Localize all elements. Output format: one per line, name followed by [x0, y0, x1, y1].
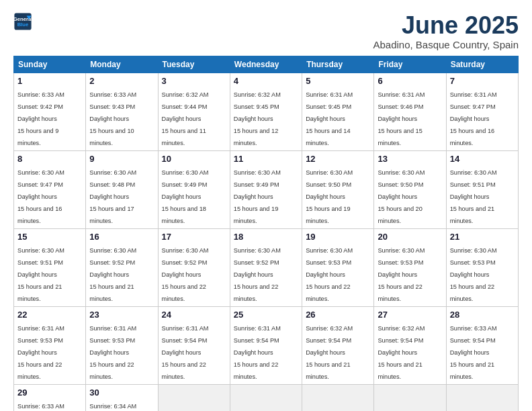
table-row: 30 Sunrise: 6:34 AMSunset: 9:54 PMDaylig…: [86, 384, 158, 411]
table-row: 2 Sunrise: 6:33 AMSunset: 9:43 PMDayligh…: [86, 73, 158, 150]
day-info: Sunrise: 6:31 AMSunset: 9:53 PMDaylight …: [89, 325, 136, 380]
day-info: Sunrise: 6:30 AMSunset: 9:49 PMDaylight …: [162, 169, 209, 224]
col-thursday: Thursday: [302, 56, 374, 73]
table-row: 19 Sunrise: 6:30 AMSunset: 9:53 PMDaylig…: [302, 228, 374, 306]
col-tuesday: Tuesday: [158, 56, 230, 73]
table-row: 21 Sunrise: 6:30 AMSunset: 9:53 PMDaylig…: [446, 228, 518, 306]
day-number: 29: [17, 387, 82, 398]
day-number: 14: [450, 154, 515, 164]
day-info: Sunrise: 6:30 AMSunset: 9:50 PMDaylight …: [378, 169, 425, 224]
table-row: 10 Sunrise: 6:30 AMSunset: 9:49 PMDaylig…: [158, 150, 230, 228]
table-row: 18 Sunrise: 6:30 AMSunset: 9:52 PMDaylig…: [230, 228, 302, 306]
day-info: Sunrise: 6:33 AMSunset: 9:54 PMDaylight …: [17, 403, 64, 411]
table-row: [230, 384, 302, 411]
table-row: 4 Sunrise: 6:32 AMSunset: 9:45 PMDayligh…: [230, 73, 302, 150]
day-number: 6: [378, 76, 442, 86]
day-number: 4: [234, 76, 298, 86]
day-info: Sunrise: 6:31 AMSunset: 9:45 PMDaylight …: [306, 91, 353, 146]
day-number: 2: [89, 76, 154, 86]
day-info: Sunrise: 6:30 AMSunset: 9:49 PMDaylight …: [234, 169, 281, 224]
table-row: 5 Sunrise: 6:31 AMSunset: 9:45 PMDayligh…: [302, 73, 374, 150]
day-info: Sunrise: 6:33 AMSunset: 9:43 PMDaylight …: [89, 91, 136, 146]
day-number: 17: [162, 232, 226, 242]
table-row: 27 Sunrise: 6:32 AMSunset: 9:54 PMDaylig…: [374, 306, 446, 384]
month-title: June 2025: [373, 12, 519, 39]
day-number: 5: [306, 76, 370, 86]
day-number: 30: [89, 387, 154, 398]
logo: General Blue: [13, 12, 32, 31]
location-subtitle: Abadino, Basque Country, Spain: [373, 39, 519, 50]
day-info: Sunrise: 6:30 AMSunset: 9:51 PMDaylight …: [450, 169, 497, 224]
day-number: 10: [162, 154, 226, 164]
day-info: Sunrise: 6:33 AMSunset: 9:54 PMDaylight …: [450, 325, 497, 380]
calendar-table: Sunday Monday Tuesday Wednesday Thursday…: [13, 56, 519, 411]
table-row: 26 Sunrise: 6:32 AMSunset: 9:54 PMDaylig…: [302, 306, 374, 384]
svg-text:Blue: Blue: [17, 21, 29, 28]
col-friday: Friday: [374, 56, 446, 73]
table-row: 13 Sunrise: 6:30 AMSunset: 9:50 PMDaylig…: [374, 150, 446, 228]
logo-icon: General Blue: [13, 12, 32, 31]
day-info: Sunrise: 6:30 AMSunset: 9:53 PMDaylight …: [306, 247, 353, 302]
day-info: Sunrise: 6:30 AMSunset: 9:52 PMDaylight …: [234, 247, 281, 302]
day-number: 15: [17, 232, 82, 242]
day-info: Sunrise: 6:30 AMSunset: 9:52 PMDaylight …: [89, 247, 136, 302]
day-info: Sunrise: 6:30 AMSunset: 9:51 PMDaylight …: [17, 247, 64, 302]
day-number: 16: [89, 232, 154, 242]
day-info: Sunrise: 6:30 AMSunset: 9:50 PMDaylight …: [306, 169, 353, 224]
day-number: 26: [306, 310, 370, 320]
day-number: 3: [162, 76, 226, 86]
table-row: 28 Sunrise: 6:33 AMSunset: 9:54 PMDaylig…: [446, 306, 518, 384]
day-number: 21: [450, 232, 515, 242]
day-number: 12: [306, 154, 370, 164]
day-number: 13: [378, 154, 442, 164]
day-number: 25: [234, 310, 298, 320]
table-row: 24 Sunrise: 6:31 AMSunset: 9:54 PMDaylig…: [158, 306, 230, 384]
table-row: 17 Sunrise: 6:30 AMSunset: 9:52 PMDaylig…: [158, 228, 230, 306]
day-number: 8: [17, 154, 82, 164]
day-number: 11: [234, 154, 298, 164]
day-number: 9: [89, 154, 154, 164]
table-row: [158, 384, 230, 411]
table-row: [302, 384, 374, 411]
day-number: 28: [450, 310, 515, 320]
table-row: 20 Sunrise: 6:30 AMSunset: 9:53 PMDaylig…: [374, 228, 446, 306]
table-row: 6 Sunrise: 6:31 AMSunset: 9:46 PMDayligh…: [374, 73, 446, 150]
table-row: 1 Sunrise: 6:33 AMSunset: 9:42 PMDayligh…: [14, 73, 86, 150]
table-row: 25 Sunrise: 6:31 AMSunset: 9:54 PMDaylig…: [230, 306, 302, 384]
day-info: Sunrise: 6:31 AMSunset: 9:54 PMDaylight …: [162, 325, 209, 380]
header-row: Sunday Monday Tuesday Wednesday Thursday…: [14, 56, 519, 73]
day-number: 7: [450, 76, 515, 86]
table-row: 3 Sunrise: 6:32 AMSunset: 9:44 PMDayligh…: [158, 73, 230, 150]
day-info: Sunrise: 6:30 AMSunset: 9:52 PMDaylight …: [162, 247, 209, 302]
table-row: 7 Sunrise: 6:31 AMSunset: 9:47 PMDayligh…: [446, 73, 518, 150]
day-number: 20: [378, 232, 442, 242]
day-info: Sunrise: 6:32 AMSunset: 9:54 PMDaylight …: [306, 325, 353, 380]
day-number: 24: [162, 310, 226, 320]
col-sunday: Sunday: [14, 56, 86, 73]
day-number: 1: [17, 76, 82, 86]
table-row: 23 Sunrise: 6:31 AMSunset: 9:53 PMDaylig…: [86, 306, 158, 384]
day-info: Sunrise: 6:32 AMSunset: 9:44 PMDaylight …: [162, 91, 209, 146]
table-row: 15 Sunrise: 6:30 AMSunset: 9:51 PMDaylig…: [14, 228, 86, 306]
day-number: 18: [234, 232, 298, 242]
table-row: 8 Sunrise: 6:30 AMSunset: 9:47 PMDayligh…: [14, 150, 86, 228]
table-row: 22 Sunrise: 6:31 AMSunset: 9:53 PMDaylig…: [14, 306, 86, 384]
table-row: 12 Sunrise: 6:30 AMSunset: 9:50 PMDaylig…: [302, 150, 374, 228]
day-info: Sunrise: 6:30 AMSunset: 9:53 PMDaylight …: [378, 247, 425, 302]
day-info: Sunrise: 6:31 AMSunset: 9:46 PMDaylight …: [378, 91, 425, 146]
day-info: Sunrise: 6:32 AMSunset: 9:54 PMDaylight …: [378, 325, 425, 380]
title-block: June 2025 Abadino, Basque Country, Spain: [373, 12, 519, 50]
page-container: General Blue June 2025 Abadino, Basque C…: [0, 0, 532, 411]
header: General Blue June 2025 Abadino, Basque C…: [13, 12, 519, 50]
table-row: 16 Sunrise: 6:30 AMSunset: 9:52 PMDaylig…: [86, 228, 158, 306]
table-row: [374, 384, 446, 411]
day-info: Sunrise: 6:31 AMSunset: 9:47 PMDaylight …: [450, 91, 497, 146]
day-number: 22: [17, 310, 82, 320]
table-row: 11 Sunrise: 6:30 AMSunset: 9:49 PMDaylig…: [230, 150, 302, 228]
day-info: Sunrise: 6:30 AMSunset: 9:53 PMDaylight …: [450, 247, 497, 302]
day-number: 23: [89, 310, 154, 320]
day-info: Sunrise: 6:30 AMSunset: 9:47 PMDaylight …: [17, 169, 64, 224]
table-row: 29 Sunrise: 6:33 AMSunset: 9:54 PMDaylig…: [14, 384, 86, 411]
col-wednesday: Wednesday: [230, 56, 302, 73]
day-info: Sunrise: 6:30 AMSunset: 9:48 PMDaylight …: [89, 169, 136, 224]
